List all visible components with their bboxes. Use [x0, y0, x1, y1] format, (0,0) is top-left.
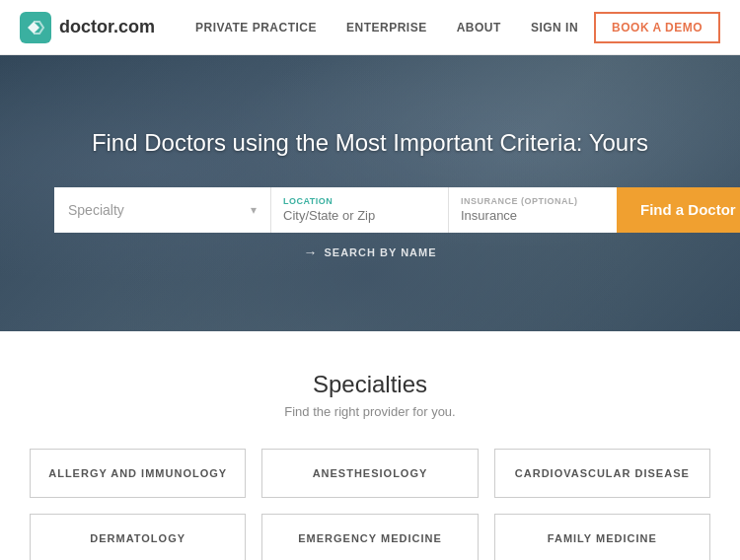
find-doctor-button[interactable]: Find a Doctor	[617, 187, 740, 233]
search-by-name-link[interactable]: → Search by Name	[303, 245, 436, 260]
chevron-down-icon: ▾	[251, 203, 257, 217]
insurance-input-wrap: Insurance (optional)	[449, 187, 617, 233]
specialties-grid: Allergy and ImmunologyAnesthesiologyCard…	[30, 449, 710, 560]
specialty-card[interactable]: Dermatology	[30, 514, 246, 560]
specialty-select[interactable]: Specialty ▾	[54, 187, 271, 233]
main-nav: Private Practice Enterprise About	[195, 21, 501, 35]
specialty-card[interactable]: Allergy and Immunology	[30, 449, 246, 498]
specialty-card[interactable]: Anesthesiology	[261, 449, 478, 498]
hero-title: Find Doctors using the Most Important Cr…	[92, 126, 648, 160]
insurance-label: Insurance (optional)	[461, 196, 605, 206]
nav-enterprise[interactable]: Enterprise	[346, 21, 427, 35]
search-bar: Specialty ▾ Location Insurance (optional…	[54, 187, 686, 233]
nav-private-practice[interactable]: Private Practice	[195, 21, 317, 35]
specialties-section: Specialties Find the right provider for …	[0, 331, 740, 560]
search-by-name-label: Search by Name	[324, 246, 436, 258]
nav-about[interactable]: About	[457, 21, 501, 35]
specialties-header: Specialties Find the right provider for …	[30, 371, 710, 419]
specialty-card[interactable]: Cardiovascular Disease	[494, 449, 710, 498]
specialty-card[interactable]: Family Medicine	[494, 514, 710, 560]
sign-in-link[interactable]: Sign In	[531, 21, 578, 35]
insurance-input[interactable]	[461, 208, 605, 223]
specialty-card[interactable]: Emergency Medicine	[261, 514, 478, 560]
header: doctor.com Private Practice Enterprise A…	[0, 0, 740, 55]
location-input[interactable]	[283, 208, 436, 223]
hero-section: Find Doctors using the Most Important Cr…	[0, 55, 740, 331]
book-demo-button[interactable]: Book a Demo	[594, 12, 720, 43]
location-label: Location	[283, 196, 436, 206]
location-input-wrap: Location	[271, 187, 449, 233]
logo-icon	[20, 12, 51, 43]
specialty-placeholder: Specialty	[68, 202, 243, 218]
logo[interactable]: doctor.com	[20, 12, 155, 43]
specialties-subtitle: Find the right provider for you.	[30, 404, 710, 419]
logo-text: doctor.com	[59, 17, 155, 37]
arrow-right-icon: →	[303, 245, 318, 260]
specialties-title: Specialties	[30, 371, 710, 398]
